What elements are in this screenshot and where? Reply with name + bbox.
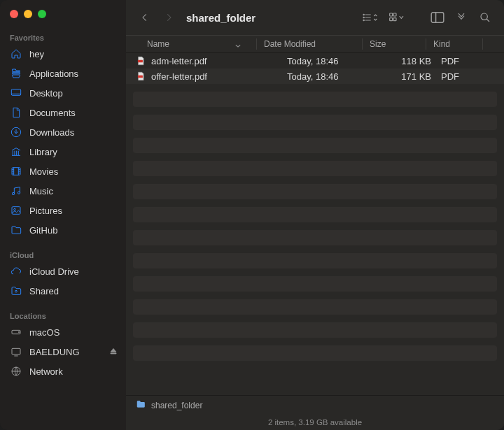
document-icon: [10, 107, 22, 118]
column-header-label: Name: [147, 39, 169, 49]
sidebar-item-library[interactable]: Library: [0, 142, 126, 162]
empty-row-placeholder: [133, 184, 497, 199]
house-icon: [10, 48, 22, 59]
internal-disk-icon: [10, 327, 22, 338]
sidebar-item-label: Downloads: [29, 127, 74, 138]
empty-row-placeholder: [133, 115, 497, 130]
sort-indicator-icon: [235, 41, 241, 48]
sidebar-item-label: Shared: [29, 286, 59, 296]
svg-point-14: [363, 20, 364, 20]
pdf-file-icon: [136, 71, 147, 81]
sidebar-section-locations: Locations: [0, 308, 126, 322]
close-button[interactable]: [10, 10, 18, 18]
sidebar-item-macos[interactable]: macOS: [0, 322, 126, 342]
file-date: Today, 18:46: [287, 56, 385, 66]
minimize-button[interactable]: [24, 10, 32, 18]
svg-rect-18: [393, 18, 396, 21]
column-headers: Name Date Modified Size Kind: [126, 35, 504, 53]
sidebar: Favorites hey Applications Desktop Docum…: [0, 0, 126, 430]
sidebar-item-label: Applications: [29, 69, 78, 79]
sidebar-item-github[interactable]: GitHub: [0, 220, 126, 240]
toolbar: shared_folder: [126, 0, 504, 35]
empty-row-placeholder: [133, 138, 497, 153]
group-by-button[interactable]: [384, 8, 412, 27]
sidebar-item-pictures[interactable]: Pictures: [0, 201, 126, 220]
sidebar-item-label: Movies: [29, 166, 58, 177]
sidebar-item-desktop[interactable]: Desktop: [0, 83, 126, 103]
sidebar-item-label: Network: [29, 366, 63, 377]
sidebar-item-applications[interactable]: Applications: [0, 64, 126, 83]
pictures-icon: [10, 205, 22, 216]
svg-rect-10: [12, 348, 20, 354]
column-header-date[interactable]: Date Modified: [264, 39, 362, 49]
sidebar-item-label: hey: [29, 49, 44, 59]
column-header-size[interactable]: Size: [370, 39, 426, 49]
sidebar-item-icloud-drive[interactable]: iCloud Drive: [0, 261, 126, 281]
desktop-icon: [10, 87, 22, 99]
sidebar-section-icloud: iCloud: [0, 247, 126, 261]
sidebar-item-hey[interactable]: hey: [0, 44, 126, 64]
svg-point-7: [15, 290, 18, 292]
sidebar-item-label: iCloud Drive: [29, 266, 79, 277]
library-icon: [10, 146, 22, 157]
svg-point-9: [18, 331, 19, 332]
empty-row-placeholder: [133, 253, 497, 268]
file-size: 118 KB: [385, 56, 441, 66]
sidebar-item-label: Pictures: [29, 206, 62, 216]
sidebar-item-network[interactable]: Network: [0, 361, 126, 381]
toggle-sidebar-button[interactable]: [427, 8, 448, 27]
cloud-icon: [10, 266, 22, 277]
column-header-kind[interactable]: Kind: [433, 39, 482, 49]
svg-point-13: [363, 17, 364, 17]
file-name: adm-letter.pdf: [151, 56, 287, 66]
file-row[interactable]: adm-letter.pdf Today, 18:46 118 KB PDF: [126, 53, 504, 69]
music-icon: [10, 185, 22, 196]
svg-point-6: [14, 208, 16, 210]
sidebar-item-movies[interactable]: Movies: [0, 162, 126, 181]
svg-rect-15: [390, 13, 393, 16]
file-list: adm-letter.pdf Today, 18:46 118 KB PDF o…: [126, 53, 504, 395]
svg-rect-21: [138, 60, 143, 63]
pdf-file-icon: [136, 56, 147, 66]
fullscreen-button[interactable]: [38, 10, 46, 18]
back-button[interactable]: [134, 8, 155, 27]
sidebar-item-label: Music: [29, 186, 53, 196]
sidebar-item-label: Desktop: [29, 88, 63, 99]
folder-icon: [136, 399, 146, 411]
forward-button[interactable]: [158, 8, 179, 27]
sidebar-item-label: BAELDUNG: [29, 347, 80, 357]
downloads-icon: [10, 127, 22, 138]
folder-icon: [10, 224, 22, 236]
empty-row-placeholder: [133, 230, 497, 245]
empty-row-placeholder: [133, 322, 497, 338]
sidebar-item-music[interactable]: Music: [0, 181, 126, 201]
main-pane: shared_folder Name Date Modified Size: [126, 0, 504, 430]
sidebar-item-shared[interactable]: Shared: [0, 281, 126, 301]
empty-row-placeholder: [133, 161, 497, 176]
svg-point-20: [481, 13, 487, 20]
path-bar[interactable]: shared_folder: [126, 395, 504, 415]
network-icon: [10, 366, 22, 377]
search-button[interactable]: [475, 8, 496, 27]
svg-rect-22: [138, 76, 143, 78]
svg-rect-0: [11, 89, 20, 96]
toolbar-overflow-button[interactable]: [451, 8, 472, 27]
svg-point-12: [363, 14, 364, 15]
sidebar-item-baeldung[interactable]: BAELDUNG: [0, 342, 126, 361]
sidebar-section-favorites: Favorites: [0, 29, 126, 44]
column-header-name[interactable]: Name: [147, 39, 256, 49]
view-list-button[interactable]: [360, 8, 381, 27]
shared-folder-icon: [10, 285, 22, 296]
eject-icon[interactable]: [109, 347, 118, 357]
sidebar-item-label: GitHub: [29, 225, 57, 236]
sidebar-item-label: Documents: [29, 108, 76, 118]
empty-row-placeholder: [133, 92, 497, 107]
window-controls: [0, 8, 126, 29]
path-folder-name: shared_folder: [151, 401, 202, 410]
sidebar-item-documents[interactable]: Documents: [0, 103, 126, 122]
file-row[interactable]: offer-letter.pdf Today, 18:46 171 KB PDF: [126, 69, 504, 84]
svg-rect-5: [12, 207, 20, 215]
window-title: shared_folder: [186, 12, 255, 24]
external-disk-icon: [10, 346, 22, 357]
sidebar-item-downloads[interactable]: Downloads: [0, 122, 126, 142]
